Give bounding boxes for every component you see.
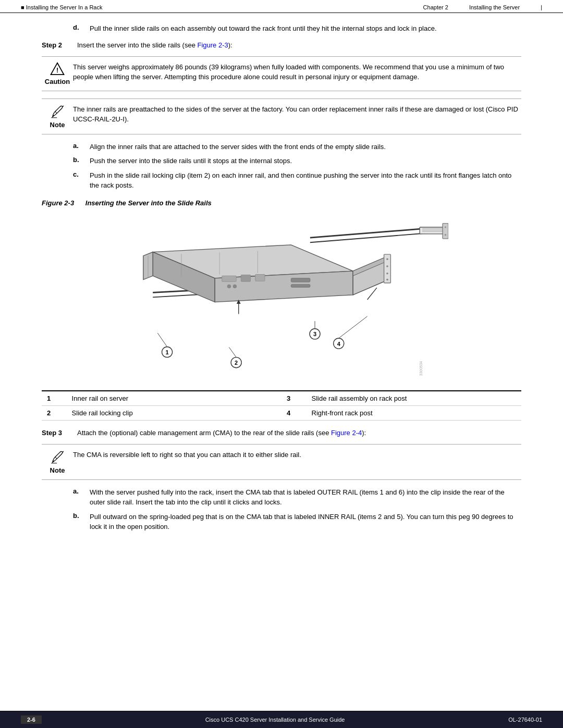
svg-line-40 [368, 288, 377, 300]
svg-rect-31 [255, 274, 265, 281]
figure-caption: Figure 2-3 Inserting the Server into the… [42, 199, 212, 207]
substep-2b-text: Push the server into the slide rails unt… [90, 156, 292, 166]
caution-label: Caution [45, 78, 70, 85]
step2-label: Step 2 [42, 41, 73, 49]
step3-substeps: a. With the server pushed fully into the… [73, 487, 521, 532]
step3-text: Attach the (optional) cable management a… [77, 429, 521, 437]
step3-block: Step 3 Attach the (optional) cable manag… [42, 429, 521, 437]
step2-substeps: a. Align the inner rails that are attach… [73, 142, 521, 191]
step-d-label: d. [73, 23, 85, 31]
substep-2a-text: Align the inner rails that are attached … [90, 142, 386, 152]
footer-doc-title: Cisco UCS C420 Server Installation and S… [205, 717, 345, 723]
svg-rect-35 [291, 284, 310, 287]
svg-point-45 [386, 278, 388, 280]
content-area: d. Pull the inner slide rails on each as… [0, 13, 563, 711]
chapter-label: Chapter 2 [423, 4, 448, 10]
figure-legend: 1 Inner rail on server 3 Slide rail asse… [42, 390, 521, 421]
substep-2c-label: c. [73, 170, 85, 178]
svg-text:2: 2 [235, 360, 238, 366]
note2-pen-icon [49, 450, 66, 464]
substep-2c-text: Push in the slide rail locking clip (ite… [90, 170, 521, 191]
svg-point-11 [445, 226, 447, 228]
legend-num-2: 2 [42, 405, 67, 420]
page-footer: 2-6 Cisco UCS C420 Server Installation a… [0, 711, 563, 728]
step-d-block: d. Pull the inner slide rails on each as… [73, 23, 521, 34]
figure-block: Figure 2-3 Inserting the Server into the… [42, 199, 521, 421]
svg-rect-10 [443, 223, 448, 238]
substep-3a: a. With the server pushed fully into the… [73, 487, 521, 508]
note1-block: Note The inner rails are preattached to … [42, 98, 521, 134]
substep-3b: b. Pull outward on the spring-loaded peg… [73, 512, 521, 532]
header-right: Chapter 2 Installing the Server | [423, 4, 542, 10]
header-bar: | [541, 4, 542, 10]
legend-num-4: 4 [282, 405, 307, 420]
figure2-4-link[interactable]: Figure 2-4 [331, 429, 362, 437]
svg-line-4 [310, 233, 430, 242]
substep-2c: c. Push in the slide rail locking clip (… [73, 170, 521, 191]
svg-line-49 [157, 333, 167, 347]
svg-text:3300534: 3300534 [419, 361, 423, 375]
substep-2b: b. Push the server into the slide rails … [73, 156, 521, 166]
note2-icon-wrap: Note [42, 450, 73, 474]
substep-3b-label: b. [73, 512, 85, 520]
note1-icon-wrap: Note [42, 104, 73, 129]
legend-num-3: 3 [282, 391, 307, 406]
svg-point-43 [386, 265, 388, 267]
note1-label: Note [50, 121, 65, 129]
figure-link[interactable]: Figure 2-3 [198, 41, 228, 49]
svg-point-32 [227, 284, 231, 288]
substep-2a-label: a. [73, 142, 85, 150]
legend-label-1: Inner rail on server [67, 391, 282, 406]
legend-row-1: 1 Inner rail on server 3 Slide rail asse… [42, 391, 521, 406]
substep-2b-label: b. [73, 156, 85, 164]
legend-label-2: Slide rail locking clip [67, 405, 282, 420]
caution-icon-wrap: ! Caution [42, 62, 73, 85]
step2-text: Insert the server into the slide rails (… [77, 41, 521, 49]
legend-label-3: Slide rail assembly on rack post [307, 391, 521, 406]
svg-point-12 [445, 233, 447, 236]
legend-num-1: 1 [42, 391, 67, 406]
legend-label-4: Right-front rack post [307, 405, 521, 420]
figure-title: Inserting the Server into the Slide Rail… [85, 199, 212, 207]
svg-text:3: 3 [313, 331, 316, 337]
page-header: ■ Installing the Server In a Rack Chapte… [0, 0, 563, 13]
caution-triangle-icon: ! [50, 62, 65, 76]
legend-row-2: 2 Slide rail locking clip 4 Right-front … [42, 405, 521, 420]
footer-doc-number: OL-27640-01 [508, 717, 542, 723]
svg-line-58 [339, 316, 368, 338]
svg-point-33 [233, 284, 237, 288]
svg-rect-29 [222, 276, 236, 281]
svg-rect-6 [420, 227, 446, 234]
note1-text: The inner rails are preattached to the s… [73, 104, 521, 125]
note2-text: The CMA is reversible left to right so t… [73, 450, 521, 460]
note2-label: Note [50, 466, 65, 474]
substep-3a-text: With the server pushed fully into the ra… [90, 487, 521, 508]
step-d-text: Pull the inner slide rails on each assem… [90, 23, 437, 34]
substep-3b-text: Pull outward on the spring-loaded peg th… [90, 512, 521, 532]
svg-rect-34 [291, 278, 310, 281]
note-pen-icon [49, 104, 66, 119]
caution-text: This server weighs approximately 86 poun… [73, 62, 521, 82]
svg-text:!: ! [56, 67, 58, 74]
substep-3a-label: a. [73, 487, 85, 495]
svg-text:4: 4 [337, 340, 341, 347]
svg-text:1: 1 [166, 349, 169, 355]
step2-block: Step 2 Insert the server into the slide … [42, 41, 521, 49]
svg-line-3 [310, 228, 430, 237]
server-diagram: 1 2 3 4 3300534 [115, 211, 448, 388]
note2-block: Note The CMA is reversible left to right… [42, 444, 521, 480]
step-d-item: d. Pull the inner slide rails on each as… [73, 23, 521, 34]
svg-point-44 [386, 272, 388, 274]
breadcrumb-text: Installing the Server In a Rack [26, 4, 103, 10]
substep-2a: a. Align the inner rails that are attach… [73, 142, 521, 152]
breadcrumb-icon: ■ [21, 4, 25, 10]
svg-line-52 [229, 347, 236, 357]
svg-rect-30 [241, 275, 250, 281]
page-number: 2-6 [21, 715, 42, 724]
page-wrapper: ■ Installing the Server In a Rack Chapte… [0, 0, 563, 728]
chapter-title: Installing the Server [469, 4, 520, 10]
step3-label: Step 3 [42, 429, 73, 437]
header-breadcrumb: ■ Installing the Server In a Rack [21, 4, 102, 10]
figure-number: Figure 2-3 [42, 199, 74, 207]
caution-block: ! Caution This server weighs approximate… [42, 56, 521, 91]
